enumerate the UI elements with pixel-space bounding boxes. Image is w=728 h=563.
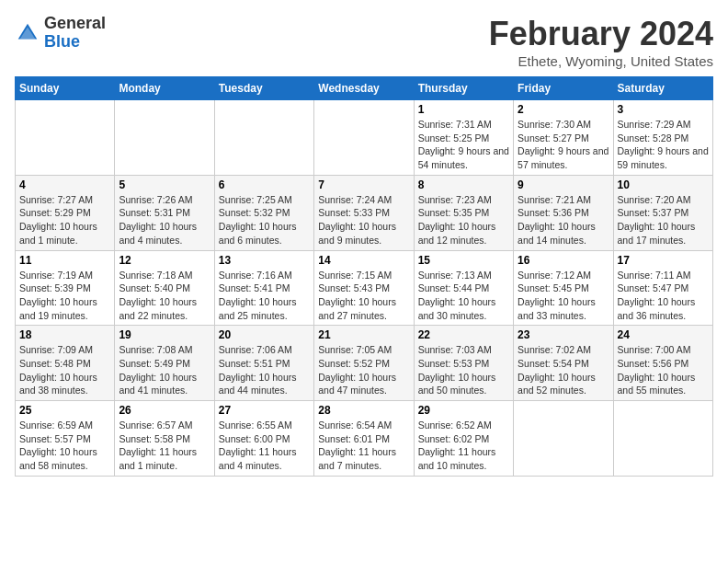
calendar-cell: 4Sunrise: 7:27 AMSunset: 5:29 PMDaylight… <box>16 175 115 250</box>
calendar-cell: 29Sunrise: 6:52 AMSunset: 6:02 PMDayligh… <box>414 401 513 477</box>
calendar-cell: 19Sunrise: 7:08 AMSunset: 5:49 PMDayligh… <box>115 326 214 401</box>
day-number: 28 <box>318 404 409 417</box>
day-number: 9 <box>518 178 609 191</box>
calendar-cell: 16Sunrise: 7:12 AMSunset: 5:45 PMDayligh… <box>514 250 613 326</box>
calendar-cell <box>314 100 414 176</box>
calendar-cell: 2Sunrise: 7:30 AMSunset: 5:27 PMDaylight… <box>514 100 613 176</box>
day-number: 10 <box>618 178 709 191</box>
calendar-cell: 26Sunrise: 6:57 AMSunset: 5:58 PMDayligh… <box>115 401 214 477</box>
month-title: February 2024 <box>489 15 713 53</box>
day-info: Sunrise: 6:52 AMSunset: 6:02 PMDaylight:… <box>418 419 509 473</box>
day-info: Sunrise: 7:15 AMSunset: 5:43 PMDaylight:… <box>318 269 409 323</box>
weekday-header-friday: Friday <box>514 77 613 100</box>
day-number: 25 <box>19 404 110 417</box>
day-number: 14 <box>318 254 409 267</box>
calendar-week-1: 1Sunrise: 7:31 AMSunset: 5:25 PMDaylight… <box>16 100 713 176</box>
calendar-cell <box>115 100 214 176</box>
logo-blue: Blue <box>44 32 80 51</box>
logo: General Blue <box>15 15 106 52</box>
day-info: Sunrise: 7:27 AMSunset: 5:29 PMDaylight:… <box>19 193 110 247</box>
day-number: 12 <box>119 254 210 267</box>
day-info: Sunrise: 7:24 AMSunset: 5:33 PMDaylight:… <box>318 193 409 247</box>
weekday-header-sunday: Sunday <box>16 77 115 100</box>
day-info: Sunrise: 7:19 AMSunset: 5:39 PMDaylight:… <box>19 269 110 323</box>
calendar-week-4: 18Sunrise: 7:09 AMSunset: 5:48 PMDayligh… <box>16 326 713 401</box>
day-number: 26 <box>119 404 210 417</box>
day-number: 20 <box>219 328 310 341</box>
calendar-cell: 13Sunrise: 7:16 AMSunset: 5:41 PMDayligh… <box>214 250 313 326</box>
calendar-week-3: 11Sunrise: 7:19 AMSunset: 5:39 PMDayligh… <box>16 250 713 326</box>
day-info: Sunrise: 7:09 AMSunset: 5:48 PMDaylight:… <box>19 343 110 397</box>
weekday-header-monday: Monday <box>115 77 214 100</box>
weekday-header-saturday: Saturday <box>613 77 712 100</box>
day-info: Sunrise: 6:59 AMSunset: 5:57 PMDaylight:… <box>19 419 110 473</box>
day-number: 8 <box>418 178 509 191</box>
calendar-cell: 10Sunrise: 7:20 AMSunset: 5:37 PMDayligh… <box>613 175 712 250</box>
day-number: 6 <box>219 178 310 191</box>
calendar-cell: 28Sunrise: 6:54 AMSunset: 6:01 PMDayligh… <box>314 401 414 477</box>
calendar-cell: 11Sunrise: 7:19 AMSunset: 5:39 PMDayligh… <box>16 250 115 326</box>
calendar-week-5: 25Sunrise: 6:59 AMSunset: 5:57 PMDayligh… <box>16 401 713 477</box>
calendar-cell: 12Sunrise: 7:18 AMSunset: 5:40 PMDayligh… <box>115 250 214 326</box>
day-number: 7 <box>318 178 409 191</box>
calendar-cell: 5Sunrise: 7:26 AMSunset: 5:31 PMDaylight… <box>115 175 214 250</box>
weekday-header-tuesday: Tuesday <box>214 77 313 100</box>
day-number: 19 <box>119 328 210 341</box>
day-info: Sunrise: 7:30 AMSunset: 5:27 PMDaylight:… <box>518 118 609 172</box>
day-info: Sunrise: 6:54 AMSunset: 6:01 PMDaylight:… <box>318 419 409 473</box>
calendar-cell: 3Sunrise: 7:29 AMSunset: 5:28 PMDaylight… <box>613 100 712 176</box>
calendar-week-2: 4Sunrise: 7:27 AMSunset: 5:29 PMDaylight… <box>16 175 713 250</box>
day-info: Sunrise: 7:12 AMSunset: 5:45 PMDaylight:… <box>518 269 609 323</box>
day-number: 18 <box>19 328 110 341</box>
day-number: 2 <box>518 103 609 116</box>
day-number: 24 <box>618 328 709 341</box>
weekday-header-wednesday: Wednesday <box>314 77 414 100</box>
day-info: Sunrise: 7:23 AMSunset: 5:35 PMDaylight:… <box>418 193 509 247</box>
day-number: 29 <box>418 404 509 417</box>
day-number: 4 <box>19 178 110 191</box>
calendar-cell: 21Sunrise: 7:05 AMSunset: 5:52 PMDayligh… <box>314 326 414 401</box>
day-info: Sunrise: 7:00 AMSunset: 5:56 PMDaylight:… <box>618 343 709 397</box>
day-info: Sunrise: 7:25 AMSunset: 5:32 PMDaylight:… <box>219 193 310 247</box>
day-number: 22 <box>418 328 509 341</box>
day-info: Sunrise: 7:18 AMSunset: 5:40 PMDaylight:… <box>119 269 210 323</box>
location: Ethete, Wyoming, United States <box>489 53 713 69</box>
day-info: Sunrise: 7:03 AMSunset: 5:53 PMDaylight:… <box>418 343 509 397</box>
day-info: Sunrise: 7:26 AMSunset: 5:31 PMDaylight:… <box>119 193 210 247</box>
day-info: Sunrise: 7:05 AMSunset: 5:52 PMDaylight:… <box>318 343 409 397</box>
calendar-cell <box>16 100 115 176</box>
day-info: Sunrise: 7:06 AMSunset: 5:51 PMDaylight:… <box>219 343 310 397</box>
calendar-cell: 24Sunrise: 7:00 AMSunset: 5:56 PMDayligh… <box>613 326 712 401</box>
calendar-cell: 18Sunrise: 7:09 AMSunset: 5:48 PMDayligh… <box>16 326 115 401</box>
day-info: Sunrise: 7:08 AMSunset: 5:49 PMDaylight:… <box>119 343 210 397</box>
calendar-cell: 17Sunrise: 7:11 AMSunset: 5:47 PMDayligh… <box>613 250 712 326</box>
day-info: Sunrise: 7:21 AMSunset: 5:36 PMDaylight:… <box>518 193 609 247</box>
calendar-cell <box>214 100 313 176</box>
day-number: 3 <box>618 103 709 116</box>
day-info: Sunrise: 7:02 AMSunset: 5:54 PMDaylight:… <box>518 343 609 397</box>
calendar-cell <box>514 401 613 477</box>
day-number: 13 <box>219 254 310 267</box>
calendar-cell: 27Sunrise: 6:55 AMSunset: 6:00 PMDayligh… <box>214 401 313 477</box>
day-number: 21 <box>318 328 409 341</box>
logo-text: General Blue <box>44 15 106 52</box>
page-header: General Blue February 2024 Ethete, Wyomi… <box>15 15 713 69</box>
logo-general: General <box>44 14 106 32</box>
day-number: 1 <box>418 103 509 116</box>
day-info: Sunrise: 6:55 AMSunset: 6:00 PMDaylight:… <box>219 419 310 473</box>
day-number: 17 <box>618 254 709 267</box>
day-info: Sunrise: 7:16 AMSunset: 5:41 PMDaylight:… <box>219 269 310 323</box>
day-info: Sunrise: 7:13 AMSunset: 5:44 PMDaylight:… <box>418 269 509 323</box>
calendar-cell: 22Sunrise: 7:03 AMSunset: 5:53 PMDayligh… <box>414 326 513 401</box>
calendar-cell: 8Sunrise: 7:23 AMSunset: 5:35 PMDaylight… <box>414 175 513 250</box>
calendar-cell: 1Sunrise: 7:31 AMSunset: 5:25 PMDaylight… <box>414 100 513 176</box>
day-info: Sunrise: 6:57 AMSunset: 5:58 PMDaylight:… <box>119 419 210 473</box>
day-number: 16 <box>518 254 609 267</box>
calendar-cell <box>613 401 712 477</box>
title-block: February 2024 Ethete, Wyoming, United St… <box>489 15 713 69</box>
weekday-header-thursday: Thursday <box>414 77 513 100</box>
calendar-cell: 6Sunrise: 7:25 AMSunset: 5:32 PMDaylight… <box>214 175 313 250</box>
day-info: Sunrise: 7:20 AMSunset: 5:37 PMDaylight:… <box>618 193 709 247</box>
day-info: Sunrise: 7:31 AMSunset: 5:25 PMDaylight:… <box>418 118 509 172</box>
day-number: 11 <box>19 254 110 267</box>
